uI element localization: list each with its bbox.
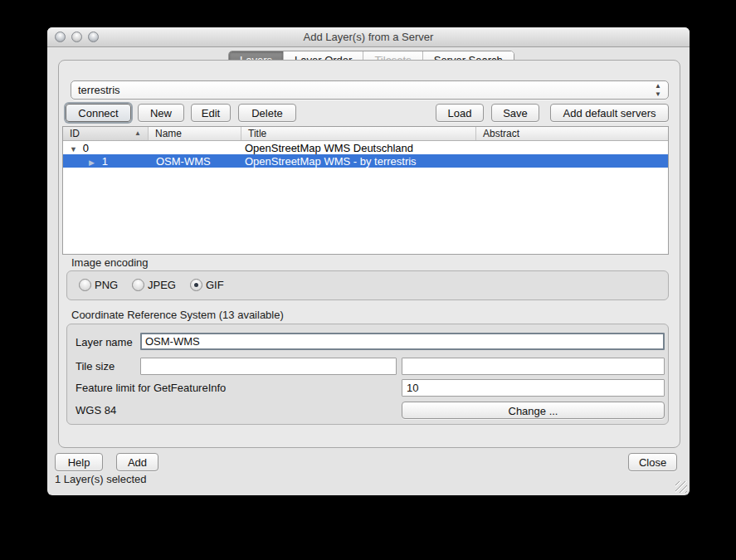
crs-value-label: WGS 84	[76, 404, 116, 416]
add-button[interactable]: Add	[116, 453, 158, 471]
server-select[interactable]: terrestris ▲▼	[71, 80, 669, 100]
feature-limit-label: Feature limit for GetFeatureInfo	[76, 382, 226, 394]
column-header-title[interactable]: Title	[241, 127, 476, 140]
status-text: 1 Layer(s) selected	[55, 473, 147, 485]
delete-button[interactable]: Delete	[238, 104, 296, 122]
expand-collapsed-icon[interactable]: ▶	[89, 158, 99, 167]
tile-width-input[interactable]	[140, 358, 397, 375]
table-row-selected[interactable]: ▶ 1 OSM-WMS OpenStreetMap WMS - by terre…	[63, 154, 668, 168]
row-title: OpenStreetMap WMS - by terrestris	[241, 155, 476, 168]
row-name: OSM-WMS	[149, 155, 241, 168]
radio-checked-icon	[190, 279, 202, 291]
layer-name-input[interactable]	[140, 333, 665, 350]
row-id: 1	[102, 155, 108, 168]
edit-button[interactable]: Edit	[191, 104, 231, 122]
row-title: OpenStreetMap WMS Deutschland	[241, 142, 476, 154]
table-row[interactable]: ▼ 0 OpenStreetMap WMS Deutschland	[63, 141, 668, 154]
title-bar[interactable]: Add Layer(s) from a Server	[47, 27, 690, 47]
resize-grip[interactable]	[675, 481, 687, 493]
layer-name-label: Layer name	[76, 336, 133, 348]
column-header-id[interactable]: ID ▲	[63, 127, 149, 140]
radio-unchecked-icon	[132, 279, 144, 291]
new-button[interactable]: New	[138, 104, 184, 122]
column-header-abstract[interactable]: Abstract	[476, 127, 668, 140]
add-default-servers-button[interactable]: Add default servers	[550, 104, 669, 122]
change-crs-button[interactable]: Change ...	[402, 402, 665, 419]
sort-ascending-icon: ▲	[134, 129, 141, 137]
combo-stepper-icon: ▲▼	[654, 82, 662, 99]
window-title: Add Layer(s) from a Server	[47, 31, 690, 43]
dialog-add-layers-from-server: Add Layer(s) from a Server Layers Layer …	[47, 27, 690, 495]
column-header-name[interactable]: Name	[149, 127, 241, 140]
feature-limit-input[interactable]	[402, 379, 665, 397]
connect-button[interactable]: Connect	[66, 104, 131, 122]
image-encoding-label: Image encoding	[71, 256, 149, 269]
load-button[interactable]: Load	[436, 104, 484, 122]
server-select-value: terrestris	[78, 84, 120, 96]
tile-size-label: Tile size	[76, 360, 115, 373]
tile-height-input[interactable]	[402, 358, 665, 375]
radio-gif[interactable]: GIF	[190, 279, 224, 291]
radio-jpeg[interactable]: JPEG	[132, 279, 176, 291]
help-button[interactable]: Help	[55, 453, 103, 471]
close-button[interactable]: Close	[628, 453, 677, 471]
save-button[interactable]: Save	[491, 104, 539, 122]
radio-png[interactable]: PNG	[79, 279, 118, 291]
crs-group: Layer name Tile size Feature limit for G…	[66, 324, 669, 425]
collapse-expanded-icon[interactable]: ▼	[70, 145, 80, 153]
row-id: 0	[83, 142, 89, 154]
layers-table: ID ▲ Name Title Abstract ▼ 0 OpenStreetM…	[62, 126, 669, 255]
radio-unchecked-icon	[79, 279, 91, 291]
layers-table-header: ID ▲ Name Title Abstract	[63, 127, 668, 141]
crs-section-label: Coordinate Reference System (13 availabl…	[71, 309, 284, 321]
image-encoding-group: PNG JPEG GIF	[66, 270, 669, 300]
